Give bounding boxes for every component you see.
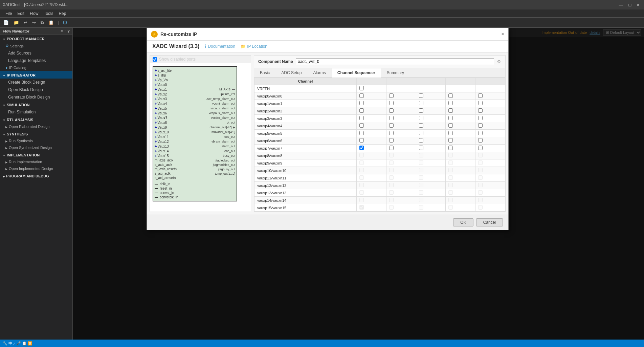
checkbox-7-1[interactable] bbox=[389, 138, 394, 143]
undo-button[interactable]: ↩ bbox=[22, 19, 29, 26]
checkbox-3-4[interactable] bbox=[478, 108, 483, 113]
checkbox-8-2[interactable] bbox=[419, 146, 423, 150]
checkbox-1-2[interactable] bbox=[419, 93, 423, 98]
checkbox-8-3[interactable] bbox=[448, 146, 453, 150]
sidebar-item-open-implemented[interactable]: Open Implemented Design bbox=[0, 165, 72, 172]
sidebar-item-ip-catalog[interactable]: ● IP Catalog bbox=[0, 64, 72, 71]
sidebar-item-run-simulation[interactable]: Run Simulation bbox=[0, 108, 72, 116]
checkbox-5-2[interactable] bbox=[419, 123, 423, 128]
checkbox-5-0[interactable] bbox=[359, 123, 364, 128]
checkbox-2-4[interactable] bbox=[478, 101, 483, 105]
sidebar-icon-2[interactable]: ↑ bbox=[64, 29, 66, 33]
config-gear-icon[interactable]: ⚙ bbox=[497, 59, 501, 64]
checkbox-2-2[interactable] bbox=[419, 101, 423, 105]
copy-button[interactable]: ⧉ bbox=[39, 19, 46, 26]
checkbox-6-2[interactable] bbox=[419, 131, 423, 135]
plus-icon-vaux13[interactable]: + bbox=[155, 144, 157, 148]
section-program-debug[interactable]: PROGRAM AND DEBUG bbox=[0, 172, 72, 179]
checkbox-6-0[interactable] bbox=[359, 131, 364, 135]
component-name-input[interactable] bbox=[296, 58, 494, 65]
checkbox-4-3[interactable] bbox=[448, 116, 453, 120]
checkbox-2-1[interactable] bbox=[389, 101, 394, 105]
tab-alarms[interactable]: Alarms bbox=[307, 68, 331, 77]
checkbox-6-3[interactable] bbox=[448, 131, 453, 135]
plus-icon-saxi-lite[interactable]: + bbox=[155, 68, 157, 72]
checkbox-5-1[interactable] bbox=[389, 123, 394, 128]
section-project-manager[interactable]: PROJECT MANAGER bbox=[0, 35, 72, 42]
plus-icon-vaux3[interactable]: + bbox=[155, 97, 157, 101]
section-implementation[interactable]: IMPLEMENTATION bbox=[0, 151, 72, 158]
checkbox-4-2[interactable] bbox=[419, 116, 423, 120]
plus-icon-vaux9[interactable]: + bbox=[155, 125, 157, 129]
section-ip-integrator[interactable]: IP INTEGRATOR bbox=[0, 71, 72, 79]
section-rtl-analysis[interactable]: RTL ANALYSIS bbox=[0, 116, 72, 123]
checkbox-7-0[interactable] bbox=[359, 138, 364, 143]
checkbox-6-4[interactable] bbox=[478, 131, 483, 135]
plus-icon-sdrp[interactable]: + bbox=[155, 73, 157, 77]
plus-icon-vaux12[interactable]: + bbox=[155, 139, 157, 144]
checkbox-3-0[interactable] bbox=[359, 108, 364, 113]
sidebar-item-generate-block-design[interactable]: Generate Block Design bbox=[0, 93, 72, 101]
checkbox-5-3[interactable] bbox=[448, 123, 453, 128]
checkbox-2-3[interactable] bbox=[448, 101, 453, 105]
checkbox-5-4[interactable] bbox=[478, 123, 483, 128]
sidebar-item-open-block-design[interactable]: Open Block Design bbox=[0, 86, 72, 93]
menu-rep[interactable]: Rep bbox=[56, 10, 69, 17]
plus-icon-vaux15[interactable]: + bbox=[155, 154, 157, 158]
sidebar-item-settings[interactable]: ⚙ Settings bbox=[0, 42, 72, 49]
open-file-button[interactable]: 📁 bbox=[12, 19, 21, 26]
sidebar-icon-1[interactable]: ≡ bbox=[61, 29, 63, 33]
close-app-button[interactable]: × bbox=[635, 2, 641, 8]
checkbox-4-4[interactable] bbox=[478, 116, 483, 120]
plus-icon-vaux1[interactable]: + bbox=[155, 87, 157, 91]
plus-icon-vaux8[interactable]: + bbox=[155, 121, 157, 125]
checkbox-2-0[interactable] bbox=[359, 101, 364, 105]
section-simulation[interactable]: SIMULATION bbox=[0, 101, 72, 108]
sidebar-icon-3[interactable]: ? bbox=[67, 29, 70, 33]
plus-icon-vaux14[interactable]: + bbox=[155, 149, 157, 153]
sidebar-item-open-synthesized[interactable]: Open Synthesized Design bbox=[0, 144, 72, 151]
checkbox-4-1[interactable] bbox=[389, 116, 394, 120]
checkbox-8-4[interactable] bbox=[478, 146, 483, 150]
paste-button[interactable]: 📋 bbox=[46, 19, 56, 26]
tab-basic[interactable]: Basic bbox=[254, 68, 275, 77]
plus-icon-vpvn[interactable]: + bbox=[155, 78, 157, 82]
plus-icon-vaux5[interactable]: + bbox=[155, 106, 157, 110]
checkbox-7-2[interactable] bbox=[419, 138, 423, 143]
checkbox-1-3[interactable] bbox=[448, 93, 453, 98]
ip-location-link[interactable]: 📁 IP Location bbox=[241, 44, 267, 49]
plus-icon-vaux10[interactable]: + bbox=[155, 130, 157, 134]
menu-flow[interactable]: Flow bbox=[27, 10, 41, 17]
checkbox-1-4[interactable] bbox=[478, 93, 483, 98]
checkbox-6-1[interactable] bbox=[389, 131, 394, 135]
sidebar-item-add-sources[interactable]: Add Sources bbox=[0, 49, 72, 57]
redo-button[interactable]: ↪ bbox=[30, 19, 38, 26]
plus-icon-vaux6[interactable]: + bbox=[155, 111, 157, 115]
new-file-button[interactable]: 📄 bbox=[1, 19, 11, 26]
checkbox-3-1[interactable] bbox=[389, 108, 394, 113]
tab-summary[interactable]: Summary bbox=[381, 68, 410, 77]
menu-edit[interactable]: Edit bbox=[15, 10, 27, 17]
plus-icon-vaux7[interactable]: + bbox=[155, 116, 157, 120]
checkbox-3-2[interactable] bbox=[419, 108, 423, 113]
sidebar-item-language-templates[interactable]: Language Templates bbox=[0, 57, 72, 64]
documentation-link[interactable]: ℹ Documentation bbox=[205, 44, 235, 49]
plus-icon-vaux0[interactable]: + bbox=[155, 83, 157, 87]
ok-button[interactable]: OK bbox=[453, 218, 473, 226]
plus-icon-vaux11[interactable]: + bbox=[155, 135, 157, 139]
sidebar-item-create-block-design[interactable]: Create Block Design bbox=[0, 79, 72, 86]
sidebar-item-run-synthesis[interactable]: Run Synthesis bbox=[0, 137, 72, 144]
sidebar-item-run-implementation[interactable]: Run Implementation bbox=[0, 158, 72, 165]
dialog-close-button[interactable]: × bbox=[501, 31, 504, 37]
checkbox-1-1[interactable] bbox=[389, 93, 394, 98]
plus-icon-vaux4[interactable]: + bbox=[155, 102, 157, 106]
show-disabled-ports-checkbox[interactable] bbox=[153, 57, 157, 62]
checkbox-4-0[interactable] bbox=[359, 116, 364, 120]
tab-adc-setup[interactable]: ADC Setup bbox=[275, 68, 307, 77]
checkbox-7-4[interactable] bbox=[478, 138, 483, 143]
tab-channel-sequencer[interactable]: Channel Sequencer bbox=[332, 68, 381, 78]
checkbox-8-1[interactable] bbox=[389, 146, 394, 150]
checkbox-8-0[interactable] bbox=[359, 146, 364, 150]
maximize-button[interactable]: □ bbox=[627, 2, 634, 8]
section-synthesis[interactable]: SYNTHESIS bbox=[0, 130, 72, 137]
